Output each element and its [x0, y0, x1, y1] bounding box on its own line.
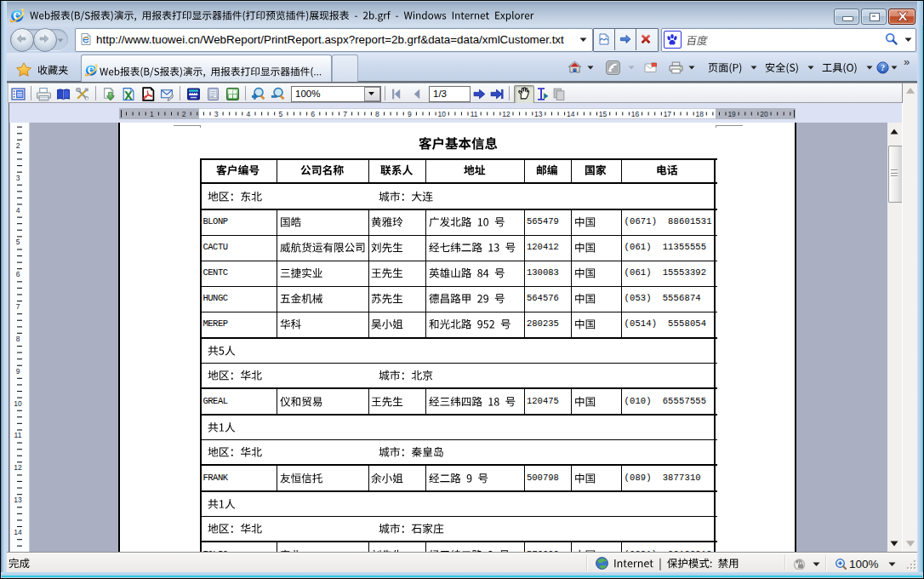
svg-text:?: ?	[881, 63, 885, 72]
